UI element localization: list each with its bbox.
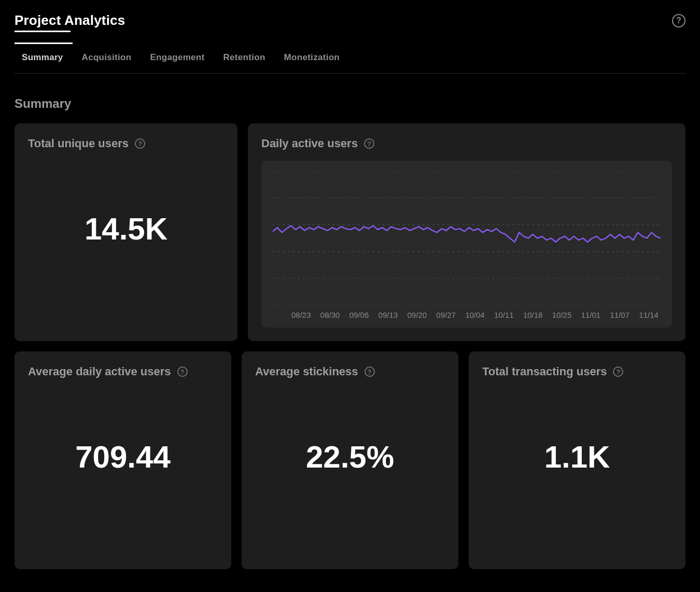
card-title: Average stickiness (255, 365, 358, 378)
x-tick: 09/20 (407, 311, 427, 319)
chart-x-axis: 08/2308/3009/0609/1309/2009/2710/0410/11… (273, 305, 661, 319)
help-icon[interactable]: ? (672, 14, 685, 27)
section-title: Summary (15, 96, 685, 111)
tab-monetization[interactable]: Monetization (284, 43, 340, 73)
x-tick: 10/18 (523, 311, 543, 319)
card-title: Daily active users (261, 137, 358, 150)
info-icon[interactable]: ? (135, 138, 145, 149)
tab-summary[interactable]: Summary (22, 43, 63, 73)
tab-acquisition[interactable]: Acquisition (82, 43, 132, 73)
x-tick: 11/01 (581, 311, 601, 319)
metric-value: 22.5% (255, 384, 445, 556)
card-avg-stickiness: Average stickiness ? 22.5% (242, 351, 458, 569)
card-title: Average daily active users (28, 365, 171, 378)
x-tick: 10/11 (494, 311, 514, 319)
metric-value: 709.44 (28, 384, 218, 556)
x-tick: 08/30 (320, 311, 340, 319)
x-tick: 11/14 (639, 311, 659, 319)
x-tick: 09/27 (436, 311, 456, 319)
page-title: Project Analytics (15, 12, 125, 29)
x-tick: 10/25 (552, 311, 572, 319)
card-title: Total transacting users (482, 365, 607, 378)
x-tick: 09/13 (379, 311, 398, 319)
dau-chart: 08/2308/3009/0609/1309/2009/2710/0410/11… (261, 161, 672, 328)
info-icon[interactable]: ? (177, 367, 188, 377)
info-icon[interactable]: ? (364, 138, 374, 149)
card-avg-dau: Average daily active users ? 709.44 (15, 351, 231, 569)
x-tick: 08/23 (291, 311, 311, 319)
info-icon[interactable]: ? (365, 367, 375, 377)
card-title: Total unique users (28, 137, 129, 150)
x-tick: 11/07 (610, 311, 629, 319)
card-daily-active-users: Daily active users ? 08/2308/3009/0609/1… (248, 123, 685, 341)
dau-line-chart (273, 171, 661, 305)
tabs: Summary Acquisition Engagement Retention… (15, 43, 685, 74)
x-tick: 10/04 (465, 311, 485, 319)
x-tick: 09/06 (349, 311, 369, 319)
tab-retention[interactable]: Retention (223, 43, 265, 73)
info-icon[interactable]: ? (613, 367, 623, 377)
metric-value: 14.5K (28, 156, 224, 328)
metric-value: 1.1K (482, 384, 672, 556)
card-total-transacting: Total transacting users ? 1.1K (469, 351, 685, 569)
card-total-unique-users: Total unique users ? 14.5K (15, 123, 237, 341)
tab-engagement[interactable]: Engagement (150, 43, 204, 73)
